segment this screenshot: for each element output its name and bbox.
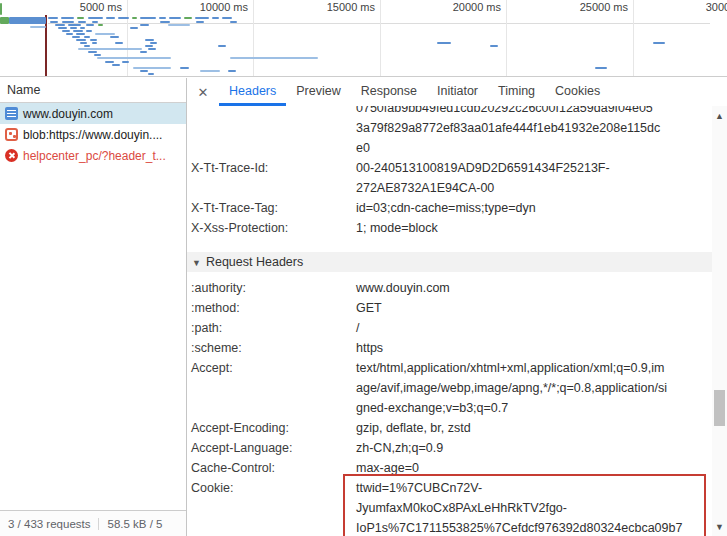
header-value-line: 0750fab9bb49fed1cdb20292c26c00f12a59da9f… — [356, 106, 712, 118]
waterfall-bar — [30, 26, 46, 28]
header-name: Cache-Control: — [191, 458, 356, 478]
waterfall-bar — [195, 17, 209, 19]
cookie-annotation-box: ttwid=1%7CUBCn72V- JyumfaxM0koCx8PAxLeHh… — [343, 474, 706, 536]
network-status-bar: 3 / 433 requests 58.5 kB / 5 — [0, 510, 186, 536]
header-value-line: 3a79f829a8772ef83aa01afe444f1eb41932e208… — [356, 118, 712, 138]
header-name: X-Tt-Trace-Id: — [191, 158, 356, 198]
waterfall-bar — [62, 21, 74, 23]
header-value-line: IoP1s%7C1711553825%7Cefdcf976392d80324ec… — [356, 518, 704, 536]
scroll-down-icon[interactable]: ▼ — [712, 519, 727, 534]
waterfall-bar — [150, 42, 157, 44]
header-value-line: gzip, deflate, br, zstd — [356, 418, 712, 438]
header-name: :authority: — [191, 278, 356, 298]
header-name: Accept-Encoding: — [191, 418, 356, 438]
waterfall-bar — [140, 70, 148, 72]
header-name: Cookie: — [191, 478, 356, 536]
timeline-gridline — [506, 0, 507, 77]
request-row-blob[interactable]: blob:https://www.douyin.... — [0, 124, 186, 145]
waterfall-bar — [140, 24, 149, 26]
waterfall-bar — [180, 67, 189, 69]
waterfall-bar — [110, 36, 119, 38]
header-value-line: 272AE8732A1E94CA-00 — [356, 178, 712, 198]
waterfall-bar — [200, 70, 220, 72]
tab-preview[interactable]: Preview — [286, 78, 350, 106]
header-row-accept-encoding: Accept-Encoding: gzip, deflate, br, zstd — [191, 418, 712, 438]
request-label: blob:https://www.douyin.... — [23, 128, 162, 142]
waterfall-bar — [653, 42, 665, 44]
header-name: Accept-Language: — [191, 438, 356, 458]
waterfall-bar — [88, 51, 97, 53]
waterfall-bar — [76, 33, 85, 35]
waterfall-bar — [70, 27, 77, 29]
name-column-header[interactable]: Name — [0, 78, 186, 103]
header-name: X-Tt-Trace-Tag: — [191, 198, 356, 218]
waterfall-bar — [94, 54, 101, 56]
network-overview-timeline[interactable]: 5000 ms10000 ms15000 ms20000 ms25000 ms3… — [0, 0, 727, 77]
waterfall-bar — [184, 17, 192, 19]
header-value-line: text/html,application/xhtml+xml,applicat… — [356, 358, 712, 378]
waterfall-bar — [92, 21, 98, 23]
waterfall-bar — [122, 61, 129, 63]
tab-cookies[interactable]: Cookies — [545, 78, 610, 106]
header-value-line: gned-exchange;v=b3;q=0.7 — [356, 398, 712, 418]
header-row-path: :path: / — [191, 318, 712, 338]
waterfall-bar — [118, 17, 129, 19]
waterfall-bar — [0, 17, 9, 24]
request-details-pane: ✕ Headers Preview Response Initiator Tim… — [187, 78, 727, 536]
timeline-tick-label: 30000 ms — [678, 1, 727, 13]
header-row-scheme: :scheme: https — [191, 338, 712, 358]
waterfall-bar — [86, 24, 94, 26]
waterfall-bar — [73, 30, 83, 32]
waterfall-bar — [112, 64, 120, 66]
details-scrollbar[interactable]: ▲ ▼ — [712, 106, 727, 536]
waterfall-bar — [160, 21, 170, 23]
waterfall-bar — [88, 17, 103, 19]
header-row-authority: :authority: www.douyin.com — [191, 278, 712, 298]
waterfall-bar — [77, 17, 84, 19]
waterfall-bar — [0, 3, 2, 15]
header-row-method: :method: GET — [191, 298, 712, 318]
header-row-accept: Accept: text/html,application/xhtml+xml,… — [191, 358, 712, 418]
waterfall-bar — [92, 42, 97, 44]
timeline-tick-label: 20000 ms — [425, 1, 501, 13]
network-panel: 5000 ms10000 ms15000 ms20000 ms25000 ms3… — [0, 0, 727, 536]
waterfall-bar — [159, 17, 166, 19]
close-icon[interactable]: ✕ — [187, 78, 219, 106]
tab-headers[interactable]: Headers — [219, 78, 286, 106]
timeline-tick-label: 5000 ms — [46, 1, 122, 13]
waterfall-bar — [132, 17, 137, 19]
header-value-line: 1; mode=block — [356, 218, 712, 238]
chevron-down-icon: ▼ — [192, 258, 201, 268]
waterfall-bar — [72, 36, 80, 38]
timeline-gridline — [127, 0, 128, 77]
header-value-line: https — [356, 338, 712, 358]
waterfall-bar — [490, 45, 498, 47]
request-headers-section-header[interactable]: ▼Request Headers — [187, 252, 712, 272]
waterfall-bar — [106, 17, 115, 19]
header-value-line: e0 — [356, 138, 712, 158]
header-row-accept-language: Accept-Language: zh-CN,zh;q=0.9 — [191, 438, 712, 458]
waterfall-bar — [68, 24, 81, 26]
waterfall-bar — [95, 33, 115, 35]
waterfall-bar — [48, 17, 58, 19]
network-lower-split: Name www.douyin.com blob:https://www.dou… — [0, 78, 727, 536]
header-row-continuation: 0750fab9bb49fed1cdb20292c26c00f12a59da9f… — [191, 106, 712, 158]
waterfall-bar — [115, 42, 123, 44]
request-row-douyin[interactable]: www.douyin.com — [0, 103, 186, 124]
header-name: :scheme: — [191, 338, 356, 358]
waterfall-bar — [230, 21, 237, 23]
tab-initiator[interactable]: Initiator — [427, 78, 488, 106]
tab-response[interactable]: Response — [351, 78, 427, 106]
tab-timing[interactable]: Timing — [488, 78, 545, 106]
waterfall-bar — [84, 36, 90, 38]
scrollbar-thumb[interactable] — [714, 390, 725, 426]
header-name: :path: — [191, 318, 356, 338]
waterfall-bar — [168, 24, 190, 26]
request-list-panel: Name www.douyin.com blob:https://www.dou… — [0, 78, 187, 536]
waterfall-bar — [61, 17, 74, 19]
waterfall-bar — [228, 70, 236, 72]
waterfall-bar — [76, 39, 86, 41]
request-row-helpcenter[interactable]: helpcenter_pc/?header_t... — [0, 145, 186, 166]
scroll-up-icon[interactable]: ▲ — [712, 108, 727, 123]
blob-image-icon — [5, 128, 18, 141]
